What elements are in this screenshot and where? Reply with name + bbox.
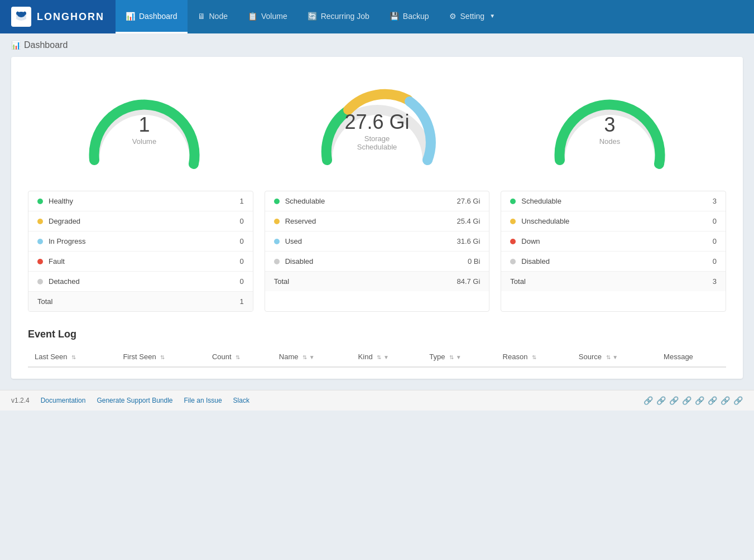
recurring-job-icon: 🔄 (308, 12, 317, 21)
nodes-label: Nodes (599, 137, 621, 146)
col-last-seen[interactable]: Last Seen ⇅ (28, 347, 116, 367)
node-schedulable-label: Schedulable (521, 197, 712, 205)
setting-icon: ⚙ (449, 12, 457, 21)
storage-schedulable-value: 27.6 Gi (457, 197, 480, 205)
chain-icon-2: 🔗 (656, 396, 666, 405)
node-total-value: 3 (713, 277, 717, 286)
volume-healthy-row: Healthy 1 (28, 191, 253, 211)
storage-stats-card: Schedulable 27.6 Gi Reserved 25.4 Gi Use… (265, 191, 490, 312)
storage-disabled-label: Disabled (285, 257, 468, 265)
node-down-value: 0 (713, 237, 717, 245)
backup-icon: 💾 (390, 12, 399, 21)
node-icon: 🖥 (198, 12, 205, 21)
storage-reserved-dot (274, 219, 280, 224)
footer-slack-link[interactable]: Slack (233, 397, 249, 404)
footer-documentation-link[interactable]: Documentation (41, 397, 86, 404)
storage-schedulable-label: Schedulable (285, 197, 457, 205)
col-message: Message (657, 347, 726, 367)
nav-volume[interactable]: 📋 Volume (238, 0, 297, 33)
footer-chain-icons: 🔗 🔗 🔗 🔗 🔗 🔗 🔗 🔗 (643, 396, 743, 405)
stats-row: Healthy 1 Degraded 0 In Progress 0 Fault… (28, 191, 726, 312)
volume-gauge-svg: 1 Volume (78, 74, 212, 174)
brand[interactable]: LONGHORN (0, 0, 116, 33)
detached-dot (37, 279, 43, 284)
col-count[interactable]: Count ⇅ (205, 347, 272, 367)
node-down-label: Down (521, 237, 712, 245)
storage-disabled-row: Disabled 0 Bi (265, 252, 489, 272)
name-filter-icon[interactable]: ▼ (309, 354, 315, 360)
navbar: LONGHORN 📊 Dashboard 🖥 Node 📋 Volume 🔄 R… (0, 0, 754, 33)
gauges-row: 1 Volume (28, 74, 726, 174)
storage-reserved-label: Reserved (285, 217, 457, 225)
volume-total-value: 1 (239, 297, 243, 306)
reason-sort-icon: ⇅ (532, 354, 536, 360)
chain-icon-6: 🔗 (708, 396, 717, 405)
volume-inprogress-row: In Progress 0 (28, 231, 253, 252)
fault-label: Fault (49, 257, 239, 265)
source-filter-icon[interactable]: ▼ (612, 354, 618, 360)
inprogress-dot (37, 239, 43, 244)
col-first-seen[interactable]: First Seen ⇅ (116, 347, 205, 367)
storage-used-label: Used (285, 237, 457, 245)
breadcrumb-icon: 📊 (11, 41, 21, 50)
col-name[interactable]: Name ⇅ ▼ (272, 347, 352, 367)
chain-icon-7: 🔗 (721, 396, 730, 405)
nodes-gauge: 3 Nodes (526, 74, 694, 174)
first-seen-sort-icon: ⇅ (160, 354, 165, 360)
inprogress-label: In Progress (49, 237, 239, 245)
storage-reserved-value: 25.4 Gi (457, 217, 480, 225)
col-kind[interactable]: Kind ⇅ ▼ (352, 347, 423, 367)
dashboard-card: 1 Volume (11, 57, 743, 379)
breadcrumb-label: Dashboard (24, 40, 68, 50)
volume-icon: 📋 (248, 12, 257, 21)
nav-backup[interactable]: 💾 Backup (380, 0, 439, 33)
node-schedulable-row: Schedulable 3 (501, 191, 726, 211)
nav-recurring-job[interactable]: 🔄 Recurring Job (297, 0, 380, 33)
col-reason[interactable]: Reason ⇅ (496, 347, 572, 367)
node-schedulable-value: 3 (713, 197, 717, 205)
node-down-dot (510, 239, 516, 244)
volume-value: 1 (132, 115, 156, 135)
main-content: 1 Volume (0, 57, 754, 390)
volume-degraded-row: Degraded 0 (28, 211, 253, 231)
healthy-value: 1 (239, 197, 243, 205)
kind-filter-icon[interactable]: ▼ (383, 354, 389, 360)
storage-gauge: 27.6 Gi Storage Schedulable (294, 74, 461, 174)
chain-icon-1: 🔗 (643, 396, 653, 405)
count-sort-icon: ⇅ (236, 354, 240, 360)
degraded-value: 0 (239, 217, 243, 225)
breadcrumb: 📊 Dashboard (0, 33, 754, 57)
storage-used-value: 31.6 Gi (457, 237, 480, 245)
storage-total-label: Total (274, 277, 457, 286)
event-log-title: Event Log (28, 329, 726, 340)
node-disabled-dot (510, 259, 516, 264)
node-disabled-label: Disabled (521, 257, 712, 265)
last-seen-sort-icon: ⇅ (71, 354, 76, 360)
node-total-row: Total 3 (501, 272, 726, 291)
node-unschedulable-value: 0 (713, 217, 717, 225)
nav-setting[interactable]: ⚙ Setting ▼ (439, 0, 506, 33)
storage-label: Storage Schedulable (344, 134, 411, 151)
col-source[interactable]: Source ⇅ ▼ (572, 347, 657, 367)
source-sort-icon: ⇅ (606, 354, 611, 360)
fault-value: 0 (239, 257, 243, 265)
node-unschedulable-label: Unschedulable (521, 217, 712, 225)
nodes-gauge-svg: 3 Nodes (543, 74, 677, 174)
healthy-label: Healthy (49, 197, 239, 205)
name-sort-icon: ⇅ (302, 354, 307, 360)
col-type[interactable]: Type ⇅ ▼ (422, 347, 496, 367)
storage-used-dot (274, 239, 280, 244)
chain-icon-5: 🔗 (695, 396, 704, 405)
inprogress-value: 0 (239, 237, 243, 245)
type-filter-icon[interactable]: ▼ (456, 354, 462, 360)
healthy-dot (37, 199, 43, 204)
volume-total-row: Total 1 (28, 292, 253, 311)
footer-file-issue-link[interactable]: File an Issue (184, 397, 222, 404)
nav-node[interactable]: 🖥 Node (188, 0, 238, 33)
event-log-section: Event Log Last Seen ⇅ First Seen ⇅ Cou (28, 329, 726, 368)
nav-dashboard[interactable]: 📊 Dashboard (116, 0, 188, 33)
storage-center-text: 27.6 Gi Storage Schedulable (344, 112, 411, 151)
footer-support-bundle-link[interactable]: Generate Support Bundle (97, 397, 172, 404)
brand-name: LONGHORN (37, 11, 104, 23)
brand-logo (11, 7, 31, 27)
